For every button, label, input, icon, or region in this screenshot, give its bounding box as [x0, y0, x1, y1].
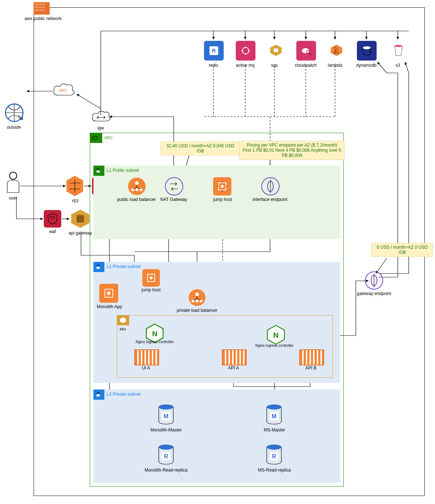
eks-label: eks: [120, 327, 126, 331]
gateway-endpoint-icon: [365, 271, 383, 290]
jump-host-private-icon: [142, 269, 160, 287]
sqs-icon: [265, 39, 287, 61]
nat-gateway-icon: [165, 177, 183, 195]
public-subnet-label: L1 Public subnet: [107, 168, 139, 173]
dynamodb-icon: [357, 41, 377, 61]
svg-point-36: [242, 47, 249, 54]
api-gateway-icon: [70, 209, 91, 229]
svg-point-69: [150, 276, 153, 279]
private-subnet-label: L2 Private subnet: [107, 264, 140, 269]
ui-a-container: [134, 349, 159, 365]
gateway-endpoint-label: gateway endpoint: [352, 291, 396, 296]
svg-point-75: [196, 299, 199, 302]
api-b-container: [299, 349, 324, 365]
svg-point-59: [135, 188, 138, 191]
nginx2-label: Nginx ingress controller: [253, 344, 296, 348]
ms-master-icon: M: [266, 404, 282, 426]
svg-line-45: [309, 53, 311, 55]
jump-host-public-icon: [213, 177, 231, 195]
svg-point-40: [242, 50, 243, 51]
svg-text:R: R: [164, 453, 168, 460]
svg-rect-54: [77, 215, 84, 222]
monolith-replica-label: Monolith-Read-replica: [144, 468, 188, 473]
api-a-container: [222, 349, 247, 365]
nat-gateway-label: NAT Gateway: [152, 197, 196, 202]
db-subnet-label: L3 Private subnet: [107, 392, 140, 397]
user-label: user: [0, 195, 35, 201]
svg-point-83: [159, 404, 173, 410]
svg-point-57: [135, 181, 139, 185]
svg-text:N: N: [152, 330, 158, 338]
monolith-master-label: Monolith-Master: [144, 427, 188, 433]
monolith-app-icon: [99, 284, 118, 303]
svg-point-61: [165, 178, 183, 195]
redis-icon: R: [204, 41, 224, 61]
ifendpoint-pricing-note: Pricing per VPC endpoint per AZ ($ 7.2/m…: [239, 141, 344, 160]
svg-rect-55: [97, 170, 100, 172]
s3-label: s3: [376, 63, 420, 68]
api-a-label: API A: [212, 365, 255, 371]
interface-endpoint-icon: [261, 177, 280, 195]
jump-host-private-label: jump host: [129, 287, 173, 292]
svg-text:M: M: [163, 413, 168, 419]
svg-point-47: [363, 46, 371, 49]
igw-label: igw: [79, 125, 123, 131]
vpc-label: VPC: [104, 136, 113, 140]
svg-point-38: [248, 50, 250, 51]
svg-point-86: [159, 445, 173, 450]
nginx2-icon: N: [266, 325, 283, 342]
svg-text:R: R: [272, 453, 276, 460]
svg-point-48: [394, 45, 403, 47]
svg-point-73: [195, 292, 199, 296]
interface-endpoint-label: interface endpoint: [248, 197, 292, 202]
public-lb-icon: [128, 177, 146, 195]
ui-a-label: UI A: [124, 365, 168, 371]
svg-point-51: [9, 172, 17, 179]
db-subnet: [93, 389, 340, 483]
svg-point-71: [107, 291, 111, 295]
svg-point-63: [221, 185, 224, 188]
lambda-icon: [326, 39, 347, 61]
monolith-master-icon: M: [158, 404, 174, 426]
monolith-app-label: Monolith App: [88, 304, 131, 309]
aws-public-network-label: aws public network: [21, 16, 65, 21]
svg-point-37: [245, 47, 246, 48]
eks-badge: [117, 315, 129, 325]
svg-text:N: N: [273, 331, 278, 339]
activemq-icon: [236, 41, 255, 61]
svg-point-92: [267, 445, 281, 450]
nginx1-icon: N: [145, 323, 161, 339]
ms-master-label: MS-Master: [253, 427, 296, 433]
waf2-icon: [44, 210, 61, 228]
svg-point-39: [245, 53, 246, 55]
svg-text:aws: aws: [59, 88, 66, 93]
private-subnet-badge: [93, 262, 104, 272]
svg-text:M: M: [272, 413, 276, 419]
svg-rect-42: [274, 49, 278, 52]
s3-icon: [388, 39, 409, 61]
svg-marker-77: [120, 317, 126, 323]
jump-host-public-label: jump host: [201, 197, 245, 202]
svg-rect-82: [97, 394, 100, 396]
ms-replica-icon: R: [266, 444, 282, 466]
private-lb-icon: [188, 289, 206, 306]
public-subnet-badge: [93, 166, 104, 176]
svg-point-89: [267, 404, 281, 410]
svg-rect-67: [97, 267, 100, 269]
public-subnet: [93, 166, 340, 239]
nginx1-label: Nginx ingress controller: [133, 340, 177, 344]
private-lb-label: private load balancer: [175, 308, 219, 313]
svg-marker-46: [331, 44, 342, 56]
gwendpoint-pricing-note: 0 USD / month+AZ 0 USD /GB: [372, 243, 433, 257]
vpc-badge: [90, 133, 102, 143]
monolith-replica-icon: R: [158, 444, 174, 466]
ms-replica-label: MS-Read-replica: [253, 468, 296, 473]
igw-icon: [91, 109, 112, 125]
r53-icon: [66, 175, 84, 197]
nat-pricing-note: 32.40 USD / month+AZ 0.045 USD /GB: [161, 141, 240, 155]
aws-cloud-icon: aws: [51, 82, 77, 100]
aws-public-network-icon: 172.16.0.0172.16.1.0172.16.2.0: [34, 2, 50, 15]
db-subnet-badge: [93, 389, 104, 400]
api-b-label: API B: [289, 365, 333, 371]
svg-text:R: R: [212, 48, 216, 54]
